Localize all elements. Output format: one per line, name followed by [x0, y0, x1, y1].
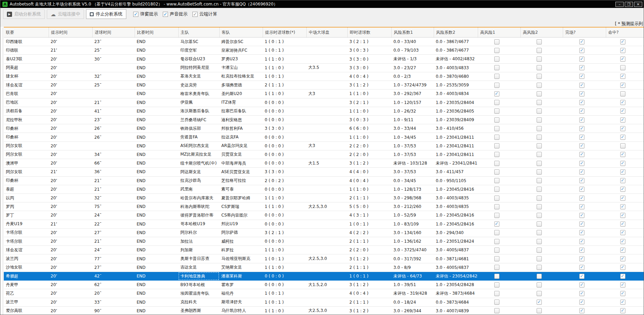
table-row[interactable]: 阿美超20’END阿拉特阿美尼亚卡潘宝山1 ( 1 : 0 )大3.53 ( 3… [4, 64, 644, 72]
column-header-hit[interactable]: 命中? [606, 28, 644, 37]
table-row[interactable]: 丹麦甲20’62ˉENDB93哥本哈根霍布罗0 ( 0 : 0 )大1.5,2.… [4, 281, 644, 289]
maximize-button[interactable]: ❐ [625, 2, 633, 7]
checkbox-hit-checked[interactable]: ✓ [620, 108, 625, 114]
checkbox-high_risk2-unchecked[interactable] [537, 230, 542, 235]
checkbox-finished-checked[interactable]: ✓ [579, 274, 584, 279]
checkbox-high_risk1-unchecked[interactable] [494, 248, 499, 253]
checkbox-high_risk2-unchecked[interactable] [537, 256, 542, 261]
table-row[interactable]: 捷女杯20’32ˉEND基洛夫女足杜克拉布拉格女足1 ( 0 : 1 )4 ( … [4, 72, 644, 81]
checkbox-finished-checked[interactable]: ✓ [579, 117, 584, 123]
checkbox-finished-checked[interactable]: ✓ [579, 213, 584, 218]
checkbox-high_risk1-unchecked[interactable] [494, 274, 499, 279]
column-header-goal_time[interactable]: 进球时间 [92, 28, 135, 37]
table-row[interactable]: 澳洲甲20’66ˉEND纽卡斯尔喷气机(中)中部海岸海员0 ( 0 : 0 )大… [4, 159, 644, 168]
checkbox-hit-checked[interactable]: ✓ [620, 169, 625, 175]
checkbox-high_risk2-unchecked[interactable] [537, 74, 542, 79]
column-header-risk2[interactable]: 风险系数2 [434, 28, 478, 37]
checkbox-hit-checked[interactable]: ✓ [620, 196, 625, 201]
start-analysis-button[interactable]: ▶ 启动分析系统 [3, 9, 45, 19]
table-row[interactable]: 阿尔女联20’34ˉENDMZ比斯克拉女足贝贾亚女足0 ( 0 : 0 )2 (… [4, 150, 644, 159]
checkbox-high_risk1-unchecked[interactable] [494, 178, 499, 183]
checkbox-high_risk1-checked[interactable]: ✓ [494, 221, 499, 227]
table-row[interactable]: 球会友谊20’25ˉEND史达克劳多瑙弗里德2 ( 1 : 1 )3 ( 1 :… [4, 81, 644, 90]
checkbox-high_risk1-unchecked[interactable] [494, 74, 499, 79]
checkbox-high_risk2-checked[interactable]: ✓ [537, 300, 542, 305]
checkbox-high_risk2-unchecked[interactable] [537, 178, 542, 183]
checkbox-hit-checked[interactable]: ✓ [620, 239, 625, 244]
checkbox-hit-checked[interactable]: ✓ [620, 300, 625, 305]
table-row[interactable]: 泰U23联20’30ˉEND曼谷联合U23罗勇U231 ( 1 : 0 )3 (… [4, 55, 644, 63]
checkbox-high_risk2-unchecked[interactable] [537, 196, 542, 201]
checkbox-finished-checked[interactable]: ✓ [579, 56, 584, 62]
checkbox-high_risk1-unchecked[interactable] [494, 83, 499, 88]
table-row[interactable]: 以丙20’32ˉEND哈普尔布内库塞夫夏普尔耶罗哈姆1 ( 1 : 0 )2 (… [4, 194, 644, 202]
checkbox-high_risk2-unchecked[interactable] [537, 274, 542, 279]
checkbox-finished-checked[interactable]: ✓ [579, 100, 584, 105]
checkbox-hit-checked[interactable]: ✓ [620, 274, 625, 279]
checkbox-high_risk1-unchecked[interactable] [494, 213, 499, 218]
checkbox-hit-checked[interactable]: ✓ [620, 265, 625, 270]
checkbox-high_risk1-unchecked[interactable] [494, 204, 499, 209]
checkbox-icon[interactable]: ✓ [192, 12, 198, 17]
table-row[interactable]: 沙地女联20’27ˉEND吉达女足艾纳斯女足1 ( 1 : 0 )2 ( 1 :… [4, 263, 644, 272]
table-row[interactable]: 印德联21’25ˉEND印度空军皇家游骑兵FC1 ( 0 : 1 )3 ( 0 … [4, 46, 644, 55]
checkbox-high_risk1-unchecked[interactable] [494, 291, 499, 296]
table-row[interactable]: 波兰丙20’77ˉEND奥斯卡普日苏查马佐维亚明斯克1 ( 0 : 1 )大2.… [4, 254, 644, 263]
minimize-button[interactable]: – [615, 2, 624, 7]
checkbox-high_risk2-unchecked[interactable] [537, 152, 542, 157]
checkbox-hit-unchecked[interactable] [620, 65, 625, 70]
checkbox-finished-checked[interactable]: ✓ [579, 65, 584, 70]
table-row[interactable]: 阿尔女联20’ENDASE阿尔杰女足AR盖尔玛女足0 ( 0 : 0 )大32 … [4, 142, 644, 150]
checkbox-finished-checked[interactable]: ✓ [579, 74, 584, 79]
checkbox-high_risk1-unchecked[interactable] [494, 135, 499, 140]
checkbox-high_risk1-unchecked[interactable] [494, 143, 499, 148]
table-row[interactable]: 泰超20’21ˉEND武里南素可泰0 ( 0 : 0 )1 ( 1 : 0 )1… [4, 185, 644, 194]
checkbox-hit-checked[interactable]: ✓ [620, 282, 625, 287]
checkbox-high_risk1-unchecked[interactable] [494, 300, 499, 305]
table-row[interactable]: 印桑杯20’26ˉEND铁路俱乐部邦狄哲利FA3 ( 3 : 0 )6 ( 6 … [4, 124, 644, 133]
column-header-home[interactable]: 主队 [178, 28, 219, 37]
table-row[interactable]: 罗丙20’75ˉEND科洛内斯蒂吠陀CS罗斯瑞1 ( 1 : 0 )大2.5,3… [4, 202, 644, 211]
checkbox-hit-checked[interactable]: ✓ [620, 221, 625, 227]
checkbox-hit-unchecked[interactable] [620, 143, 625, 148]
checkbox-high_risk1-unchecked[interactable] [494, 48, 499, 53]
checkbox-high_risk1-unchecked[interactable] [494, 308, 499, 313]
table-row[interactable]: 印桑杯20’26ˉEND旁遮普FA拉达克FA0 ( 0 : 0 )1 ( 1 :… [4, 133, 644, 141]
table-row[interactable]: 尼拉甲秋20’23ˉEND兰乔桑塔纳FC迪利安格恩0 ( 0 : 0 )3 ( … [4, 116, 644, 124]
checkbox-hit-checked[interactable]: ✓ [620, 187, 625, 192]
checkbox-finished-checked[interactable]: ✓ [579, 196, 584, 201]
checkbox-high_risk2-unchecked[interactable] [537, 83, 542, 88]
table-row[interactable]: 荷乙20’20ˉEND埃因霍温青年队福伦丹1 ( 0 : 1 )4 ( 0 : … [4, 289, 644, 298]
cloud-connecting-button[interactable]: ☁ 云端连接中 [47, 9, 84, 19]
column-header-match_time[interactable]: 比赛时间 [135, 28, 178, 37]
checkbox-high_risk2-unchecked[interactable] [537, 117, 542, 123]
table-row[interactable]: 罗丁20’24ˉEND彼得罗普洛耶什蒂CS蒂内雷图尔0 ( 0 : 0 )4 (… [4, 211, 644, 220]
column-header-finished[interactable]: 完场? [563, 28, 606, 37]
checkbox-finished-checked[interactable]: ✓ [579, 204, 584, 209]
checkbox-high_risk2-unchecked[interactable] [537, 282, 542, 287]
checkbox-high_risk2-unchecked[interactable] [537, 161, 542, 166]
column-header-high_risk1[interactable]: 高风险1 [478, 28, 520, 37]
table-row[interactable]: 洪都后备20’41ˉEND洛沃斯墨后备队拉塞巴后备队0 ( 0 : 0 )1 (… [4, 107, 644, 116]
checkbox-high_risk2-unchecked[interactable] [537, 143, 542, 148]
checkbox-hit-checked[interactable]: ✓ [620, 230, 625, 235]
table-row[interactable]: 卡塔尔联20’27ˉEND阿尔科尔阿尔萨德3 ( 2 : 1 )4 ( 2 : … [4, 229, 644, 237]
checkbox-finished-checked[interactable]: ✓ [579, 169, 584, 175]
checkbox-finished-checked[interactable]: ✓ [579, 308, 584, 313]
checkbox-high_risk2-unchecked[interactable] [537, 135, 542, 140]
checkbox-icon[interactable]: ✓ [163, 12, 168, 17]
checkbox-high_risk2-unchecked[interactable] [537, 56, 542, 62]
checkbox-high_risk1-unchecked[interactable] [494, 230, 499, 235]
column-header-away[interactable]: 客队 [219, 28, 263, 37]
table-row[interactable]: 巴青联20’END格雷米奥青年队圣约斯U201 ( 1 : 0 )大31 ( 1… [4, 90, 644, 98]
toolbar-checkbox-popup[interactable]: ✓弹窗提示 [133, 11, 158, 17]
toolbar-checkbox-sound[interactable]: ✓声音提示 [163, 11, 188, 17]
checkbox-high_risk1-unchecked[interactable] [494, 282, 499, 287]
checkbox-hit-checked[interactable]: ✓ [620, 308, 625, 313]
checkbox-icon[interactable]: ✓ [133, 12, 138, 17]
checkbox-high_risk1-unchecked[interactable] [494, 108, 499, 114]
checkbox-hit-checked[interactable]: ✓ [620, 126, 625, 131]
checkbox-hit-checked[interactable]: ✓ [620, 248, 625, 253]
checkbox-high_risk1-unchecked[interactable] [494, 100, 499, 105]
checkbox-hit-checked[interactable]: ✓ [620, 152, 625, 157]
